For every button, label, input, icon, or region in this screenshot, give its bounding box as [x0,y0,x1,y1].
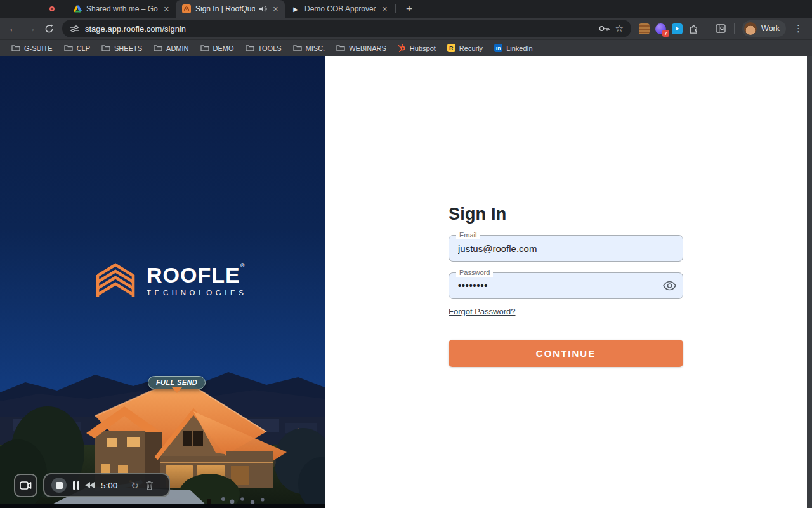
new-tab-button[interactable]: + [401,1,417,17]
extension-badge: 7 [662,30,669,37]
tab-demo-cob[interactable]: ▶ Demo COB Approved other D ✕ [285,0,394,18]
extension-icon[interactable]: 7 [655,23,666,34]
bookmark-folder-gsuite[interactable]: G-SUITE [6,42,58,55]
roofle-wordmark: ROOFLE® TECHNOLOGIES [147,264,247,297]
google-drive-icon [73,4,82,13]
pinned-tab-recording[interactable] [41,0,63,18]
bookmark-label: Recurly [459,44,483,52]
roofle-logo-icon [94,262,137,298]
eye-icon [663,281,676,291]
menu-kebab-icon[interactable]: ⋮ [790,23,807,34]
password-field[interactable] [449,273,683,298]
bookmark-folder-sheets[interactable]: SHEETS [96,42,147,55]
bookmark-label: G-SUITE [24,44,53,52]
close-icon[interactable]: ✕ [162,5,171,13]
roofle-logo: ROOFLE® TECHNOLOGIES [94,262,247,298]
browser-toolbar: ← → stage.app.roofle.com/signin ☆ [0,18,812,39]
page-title: Sign In [449,204,683,224]
stop-icon [56,482,63,489]
page-content: ROOFLE® TECHNOLOGIES [0,56,812,508]
signin-form: Sign In Email Password Forgot Password? … [449,204,683,367]
bookmark-label: CLP [77,44,90,52]
restart-recording-button[interactable]: ↻ [131,481,139,490]
bookmark-folder-tools[interactable]: TOOLS [240,42,287,55]
extensions-puzzle-icon[interactable] [688,23,699,34]
bookmark-folder-demo[interactable]: DEMO [195,42,239,55]
bookmark-folder-misc[interactable]: MISC. [288,42,331,55]
delete-recording-button[interactable] [145,481,154,490]
bookmark-label: Hubspot [410,44,436,52]
close-icon[interactable]: ✕ [272,5,280,13]
rewind-icon[interactable] [86,482,95,488]
tab-roofquote-signin[interactable]: Sign In | RoofQuote PRO® ✕ [176,0,285,18]
url-text: stage.app.roofle.com/signin [85,24,593,34]
tab-title: Demo COB Approved other D [304,4,376,13]
folder-icon [154,44,162,51]
continue-button[interactable]: CONTINUE [449,340,683,367]
folder-icon [11,44,20,51]
profile-button[interactable]: Work [742,20,786,37]
bookmark-linkedin[interactable]: in LinkedIn [489,42,538,55]
close-icon[interactable]: ✕ [381,5,389,13]
bookmark-label: WEBINARS [349,44,386,52]
tab-separator [395,4,396,13]
camera-bubble-button[interactable] [14,474,37,497]
play-icon: ▶ [291,4,300,13]
brand-reg: ® [240,262,246,269]
bookmark-recurly[interactable]: R Recurly [442,42,488,55]
tab-strip: Shared with me – Google Driv ✕ Sign In |… [0,0,812,18]
profile-name: Work [761,24,780,33]
video-camera-icon [20,481,32,490]
toolbar-separator [734,23,735,34]
toolbar-separator [707,23,707,34]
folder-icon [336,44,345,51]
pause-button[interactable] [73,481,79,490]
folder-icon [102,44,110,51]
extension-send-icon[interactable]: ➤ [672,23,683,34]
bookmark-star-icon[interactable]: ☆ [615,23,624,34]
signin-panel: Sign In Email Password Forgot Password? … [325,56,807,508]
folder-icon [64,44,73,51]
bookmark-hubspot[interactable]: Hubspot [393,42,441,55]
password-field-wrap: Password [449,272,683,299]
linkedin-icon: in [494,44,502,52]
recorder-controls: 5:00 ↻ [43,473,170,497]
bookmark-label: TOOLS [258,44,282,52]
page-scrollbar[interactable] [807,56,812,508]
side-panel-icon[interactable] [712,20,729,37]
email-field[interactable] [449,236,683,261]
roofle-favicon-icon [182,4,191,13]
hubspot-icon [398,44,406,52]
forgot-password-link[interactable]: Forgot Password? [449,307,516,316]
stop-recording-button[interactable] [51,478,67,493]
address-bar[interactable]: stage.app.roofle.com/signin ☆ [62,20,631,37]
bookmarks-bar: G-SUITE CLP SHEETS ADMIN DEMO TOOLS MISC… [0,39,812,56]
extension-icon[interactable] [639,23,650,34]
toggle-password-visibility-button[interactable] [663,281,676,291]
bookmark-label: ADMIN [166,44,188,52]
bookmark-folder-admin[interactable]: ADMIN [148,42,193,55]
bookmark-label: DEMO [213,44,234,52]
email-label: Email [456,231,480,239]
reload-button[interactable] [41,20,57,37]
recorder-divider [124,479,124,491]
recurly-icon: R [447,44,455,52]
password-key-icon[interactable] [599,25,610,32]
tab-title: Sign In | RoofQuote PRO® [195,4,255,13]
avatar [744,22,757,35]
bookmark-folder-clp[interactable]: CLP [59,42,95,55]
forward-button[interactable]: → [23,20,39,37]
recording-time: 5:00 [101,481,117,490]
bookmark-folder-webinars[interactable]: WEBINARS [331,42,391,55]
email-field-wrap: Email [449,235,683,262]
recording-indicator-icon [49,6,55,11]
folder-icon [246,44,254,51]
tab-separator [65,4,65,13]
audio-playing-icon[interactable] [259,3,267,15]
back-button[interactable]: ← [5,20,22,37]
tab-google-drive[interactable]: Shared with me – Google Driv ✕ [67,0,176,18]
hero-panel: ROOFLE® TECHNOLOGIES [0,56,325,508]
bookmark-label: SHEETS [114,44,142,52]
site-info-icon[interactable] [70,25,79,33]
brand-sub: TECHNOLOGIES [147,289,247,297]
